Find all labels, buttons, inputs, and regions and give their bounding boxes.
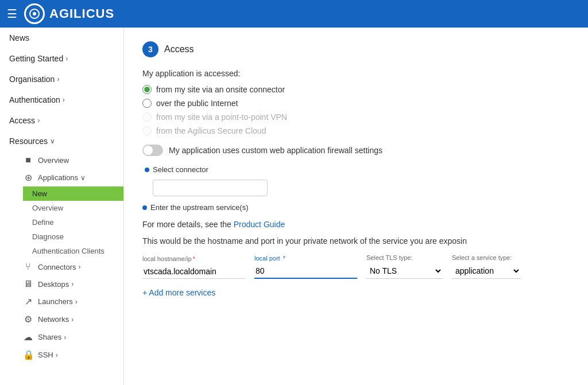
- toggle-label: My application uses custom web applicati…: [169, 146, 382, 155]
- port-required: *: [281, 255, 285, 262]
- sidebar-item-auth-clients[interactable]: Authentication Clients: [23, 244, 123, 258]
- port-label: local port *: [254, 255, 357, 262]
- grid-icon: ⊛: [23, 172, 33, 183]
- sidebar-item-ssh[interactable]: 🔒 SSH ›: [14, 346, 123, 364]
- sidebar-item-networks[interactable]: ⚙ Networks ›: [14, 310, 123, 328]
- sidebar: News Getting Started › Organisation › Au…: [0, 28, 124, 385]
- connector-section: Select connector: [142, 165, 570, 196]
- hamburger-icon[interactable]: ☰: [7, 7, 17, 21]
- radio-onsite[interactable]: [142, 85, 152, 94]
- bullet-dot-upstream: [142, 205, 147, 210]
- layout: News Getting Started › Organisation › Au…: [0, 28, 588, 385]
- sidebar-item-diagnose[interactable]: Diagnose: [23, 230, 123, 244]
- chevron-right-icon: ›: [75, 298, 78, 306]
- radio-cloud[interactable]: [142, 126, 152, 135]
- applications-submenu: New Overview Define Diagnose Authenticat…: [14, 186, 123, 258]
- chevron-right-icon: ›: [71, 280, 74, 288]
- sidebar-item-organisation-label: Organisation: [9, 75, 55, 84]
- brand-name: AGILICUS: [49, 6, 114, 21]
- sidebar-item-resources-label: Resources: [9, 137, 48, 146]
- firewall-toggle[interactable]: [142, 145, 163, 156]
- sidebar-item-new[interactable]: New: [23, 186, 123, 201]
- sidebar-item-new-label: New: [32, 189, 47, 198]
- sidebar-item-overview-app[interactable]: Overview: [23, 201, 123, 215]
- sidebar-item-getting-started[interactable]: Getting Started ›: [0, 48, 123, 69]
- main-content: 3 Access My application is accessed: fro…: [124, 28, 588, 385]
- sidebar-item-news[interactable]: News: [0, 28, 123, 48]
- sidebar-item-launchers[interactable]: ↗ Launchers ›: [14, 293, 123, 310]
- sidebar-item-access-label: Access: [9, 116, 35, 125]
- sidebar-item-applications[interactable]: ⊛ Applications ∨: [14, 169, 123, 186]
- sidebar-item-overview-res-label: Overview: [38, 156, 69, 165]
- bullet-item-connector: Select connector: [145, 165, 570, 174]
- networks-icon: ⚙: [23, 314, 33, 325]
- shares-icon: ☁: [23, 332, 33, 343]
- sidebar-item-overview-res[interactable]: ■ Overview: [14, 151, 123, 169]
- port-label-text: local port: [254, 255, 280, 262]
- radio-option-onsite[interactable]: from my site via an onsite connector: [142, 85, 570, 94]
- connector-input[interactable]: [153, 180, 268, 196]
- radio-internet[interactable]: [142, 99, 152, 108]
- step-number: 3: [142, 41, 158, 57]
- ssh-icon: 🔒: [23, 349, 33, 360]
- sidebar-item-getting-started-label: Getting Started: [9, 54, 63, 63]
- sidebar-item-access[interactable]: Access ›: [0, 110, 123, 131]
- chevron-right-icon: ›: [78, 263, 80, 271]
- step-header: 3 Access: [142, 41, 570, 57]
- add-more-services[interactable]: + Add more services: [142, 288, 570, 297]
- radio-option-internet[interactable]: over the public Internet: [142, 99, 570, 108]
- toggle-row: My application uses custom web applicati…: [142, 145, 570, 156]
- sidebar-item-define-label: Define: [32, 218, 54, 227]
- sidebar-item-applications-label: Applications: [38, 173, 78, 182]
- sidebar-item-news-label: News: [9, 33, 29, 42]
- step-title: Access: [164, 44, 194, 55]
- radio-vpn[interactable]: [142, 112, 152, 122]
- desktops-icon: 🖥: [23, 279, 33, 289]
- chevron-icon: ›: [65, 55, 68, 63]
- radio-vpn-label: from my site via a point-to-point VPN: [156, 112, 287, 122]
- bullet-text-connector: Select connector: [153, 165, 208, 174]
- radio-option-vpn[interactable]: from my site via a point-to-point VPN: [142, 112, 570, 122]
- sidebar-item-networks-label: Networks: [38, 315, 69, 324]
- sidebar-item-resources[interactable]: Resources ∨: [0, 131, 123, 151]
- chevron-right-icon: ›: [64, 333, 66, 341]
- document-icon: ■: [23, 155, 33, 165]
- field-group-service-type: Select a service type: application web t…: [452, 254, 521, 279]
- sidebar-item-define[interactable]: Define: [23, 215, 123, 230]
- tls-select[interactable]: No TLS TLS TLS Passthrough: [366, 263, 443, 279]
- service-type-select[interactable]: application web tcp: [452, 263, 521, 279]
- radio-option-cloud[interactable]: from the Agilicus Secure Cloud: [142, 126, 570, 135]
- chevron-icon: ›: [37, 116, 40, 125]
- launchers-icon: ↗: [23, 296, 33, 307]
- topbar: ☰ AGILICUS: [0, 0, 588, 28]
- connectors-icon: ⑂: [23, 262, 33, 272]
- sidebar-item-auth-clients-label: Authentication Clients: [32, 247, 105, 255]
- bullet-text-upstream: Enter the upstream service(s): [150, 203, 249, 212]
- radio-internet-label: over the public Internet: [156, 99, 238, 108]
- info-prefix: For more details, see the: [142, 220, 234, 229]
- sidebar-item-ssh-label: SSH: [38, 351, 53, 359]
- hostname-input[interactable]: [142, 265, 245, 279]
- sidebar-item-organisation[interactable]: Organisation ›: [0, 69, 123, 90]
- hostname-info-text: This would be the hostname and port in y…: [142, 235, 570, 247]
- chevron-icon: ›: [57, 75, 59, 83]
- bullet-item-upstream: Enter the upstream service(s): [142, 203, 570, 212]
- chevron-right-icon: ›: [71, 316, 74, 324]
- service-type-label: Select a service type:: [452, 254, 521, 261]
- sidebar-item-authentication-label: Authentication: [9, 95, 60, 104]
- sidebar-item-authentication[interactable]: Authentication ›: [0, 90, 123, 110]
- sidebar-item-shares-label: Shares: [38, 333, 61, 341]
- sidebar-item-desktops-label: Desktops: [38, 280, 69, 289]
- logo: AGILICUS: [24, 3, 114, 24]
- service-fields: local hostname/ip* local port * Select T…: [142, 254, 570, 279]
- sidebar-item-overview-app-label: Overview: [32, 204, 63, 212]
- sidebar-item-shares[interactable]: ☁ Shares ›: [14, 328, 123, 346]
- sidebar-item-connectors[interactable]: ⑂ Connectors ›: [14, 258, 123, 275]
- product-guide-link[interactable]: Product Guide: [234, 220, 285, 229]
- field-group-tls: Select TLS type: No TLS TLS TLS Passthro…: [366, 254, 443, 279]
- radio-cloud-label: from the Agilicus Secure Cloud: [156, 126, 266, 135]
- chevron-right-icon: ›: [56, 351, 58, 359]
- chevron-icon: ∨: [50, 137, 55, 145]
- port-input[interactable]: [254, 264, 357, 279]
- sidebar-item-desktops[interactable]: 🖥 Desktops ›: [14, 275, 123, 293]
